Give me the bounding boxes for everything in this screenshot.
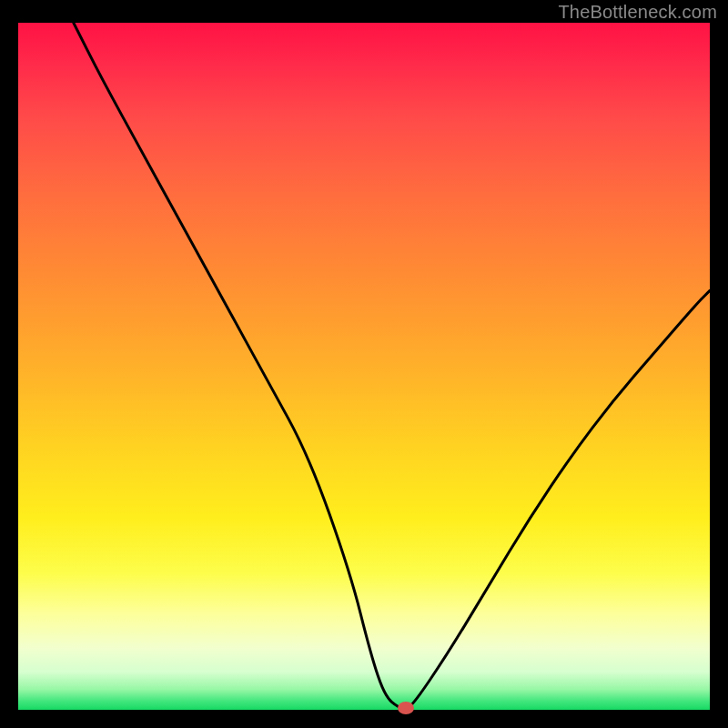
chart-frame <box>9 23 719 719</box>
plot-area <box>18 23 710 710</box>
bottleneck-curve <box>18 23 710 710</box>
optimal-point-marker <box>398 702 414 714</box>
watermark-text: TheBottleneck.com <box>558 2 717 23</box>
